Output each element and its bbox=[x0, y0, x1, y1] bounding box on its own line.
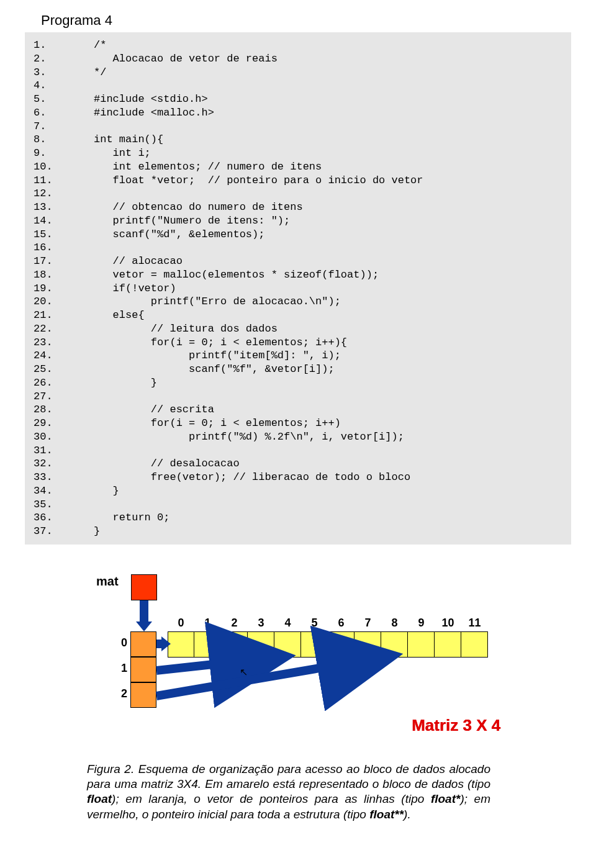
line-number: 26. bbox=[34, 376, 62, 390]
code-text: else{ bbox=[62, 309, 562, 322]
line-number: 32. bbox=[34, 457, 62, 471]
line-number: 28. bbox=[34, 403, 62, 417]
line-number: 30. bbox=[34, 430, 62, 444]
column-label: 1 bbox=[194, 617, 221, 630]
data-cell bbox=[435, 631, 461, 658]
code-text bbox=[62, 390, 562, 404]
matrix-title: Matriz 3 X 4 bbox=[412, 716, 500, 735]
line-number: 27. bbox=[34, 390, 62, 404]
column-label: 10 bbox=[435, 617, 461, 630]
code-text bbox=[62, 444, 562, 458]
mat-label: mat bbox=[96, 574, 119, 589]
code-line: 25. scanf("%f", &vetor[i]); bbox=[34, 363, 562, 376]
code-line: 24. printf("item[%d]: ", i); bbox=[34, 349, 562, 363]
line-number: 8. bbox=[34, 133, 62, 147]
mat-pointer-box bbox=[131, 574, 157, 600]
svg-line-0 bbox=[156, 658, 270, 671]
code-line: 11. float *vetor; // ponteiro para o ini… bbox=[34, 174, 562, 188]
caption-text: ); em laranja, o vetor de ponteiros para… bbox=[112, 792, 431, 805]
line-number: 9. bbox=[34, 147, 62, 160]
code-line: 10. int elementos; // numero de itens bbox=[34, 160, 562, 174]
code-text: int elementos; // numero de itens bbox=[62, 160, 562, 174]
line-number: 36. bbox=[34, 511, 62, 525]
code-line: 3. */ bbox=[34, 66, 562, 79]
code-line: 31. bbox=[34, 444, 562, 458]
column-label: 7 bbox=[354, 617, 381, 630]
code-text: // obtencao do numero de itens bbox=[62, 201, 562, 214]
code-line: 17. // alocacao bbox=[34, 255, 562, 268]
code-line: 19. if(!vetor) bbox=[34, 282, 562, 296]
code-text: if(!vetor) bbox=[62, 282, 562, 296]
code-line: 28. // escrita bbox=[34, 403, 562, 417]
code-text: int i; bbox=[62, 147, 562, 160]
code-line: 5. #include <stdio.h> bbox=[34, 93, 562, 106]
line-number: 14. bbox=[34, 214, 62, 228]
row-pointer-cell bbox=[130, 657, 156, 682]
data-cell bbox=[354, 631, 381, 658]
code-line: 34. } bbox=[34, 484, 562, 498]
caption-type-float-ptr: float* bbox=[431, 792, 461, 805]
data-block-row bbox=[168, 631, 488, 658]
column-label: 3 bbox=[248, 617, 274, 630]
column-label: 8 bbox=[381, 617, 408, 630]
code-line: 1. /* bbox=[34, 38, 562, 52]
code-text: for(i = 0; i < elementos; i++) bbox=[62, 417, 562, 430]
line-number: 17. bbox=[34, 255, 62, 268]
code-text: } bbox=[62, 525, 562, 538]
code-line: 37. } bbox=[34, 525, 562, 538]
line-number: 25. bbox=[34, 363, 62, 376]
code-line: 16. bbox=[34, 241, 562, 255]
row-label-2: 2 bbox=[115, 687, 127, 700]
data-cell bbox=[168, 631, 194, 658]
code-text: // escrita bbox=[62, 403, 562, 417]
caption-type-float: float bbox=[87, 792, 112, 805]
code-text: printf("Numero de itens: "); bbox=[62, 214, 562, 228]
code-line: 18. vetor = malloc(elementos * sizeof(fl… bbox=[34, 268, 562, 282]
arrow-mat-to-rows bbox=[140, 600, 148, 629]
svg-line-1 bbox=[156, 658, 377, 696]
arrow-row0-to-col0 bbox=[156, 640, 170, 648]
line-number: 16. bbox=[34, 241, 62, 255]
code-block: 1. /*2. Alocacao de vetor de reais3. */4… bbox=[25, 32, 571, 545]
code-line: 26. } bbox=[34, 376, 562, 390]
column-label: 4 bbox=[274, 617, 301, 630]
code-text: scanf("%d", &elementos); bbox=[62, 228, 562, 242]
data-cell bbox=[248, 631, 274, 658]
code-line: 23. for(i = 0; i < elementos; i++){ bbox=[34, 336, 562, 350]
code-text: #include <malloc.h> bbox=[62, 106, 562, 120]
code-line: 29. for(i = 0; i < elementos; i++) bbox=[34, 417, 562, 430]
code-line: 7. bbox=[34, 120, 562, 133]
cursor-icon: ↖ bbox=[240, 666, 248, 678]
caption-type-float-dptr: float** bbox=[369, 808, 404, 821]
row-label-1: 1 bbox=[115, 662, 127, 675]
code-line: 33. free(vetor); // liberacao de todo o … bbox=[34, 471, 562, 484]
column-label: 6 bbox=[328, 617, 354, 630]
code-line: 15. scanf("%d", &elementos); bbox=[34, 228, 562, 242]
data-cell bbox=[194, 631, 221, 658]
code-line: 12. bbox=[34, 187, 562, 201]
column-label: 2 bbox=[221, 617, 248, 630]
line-number: 6. bbox=[34, 106, 62, 120]
line-number: 3. bbox=[34, 66, 62, 79]
code-line: 32. // desalocacao bbox=[34, 457, 562, 471]
data-cell bbox=[274, 631, 301, 658]
caption-text: Figura 2. Esquema de organização para ac… bbox=[87, 762, 490, 790]
line-number: 23. bbox=[34, 336, 62, 350]
code-line: 14. printf("Numero de itens: "); bbox=[34, 214, 562, 228]
row-pointer-cell bbox=[130, 631, 156, 657]
code-text bbox=[62, 241, 562, 255]
code-line: 36. return 0; bbox=[34, 511, 562, 525]
program-title: Programa 4 bbox=[41, 12, 571, 29]
line-number: 20. bbox=[34, 295, 62, 309]
row-pointer-cell bbox=[130, 682, 156, 708]
data-cell bbox=[408, 631, 435, 658]
code-line: 22. // leitura dos dados bbox=[34, 322, 562, 336]
data-cell bbox=[381, 631, 408, 658]
line-number: 19. bbox=[34, 282, 62, 296]
data-cell bbox=[461, 631, 488, 658]
code-line: 21. else{ bbox=[34, 309, 562, 322]
line-number: 13. bbox=[34, 201, 62, 214]
code-text bbox=[62, 79, 562, 93]
code-text: // alocacao bbox=[62, 255, 562, 268]
code-text bbox=[62, 498, 562, 512]
